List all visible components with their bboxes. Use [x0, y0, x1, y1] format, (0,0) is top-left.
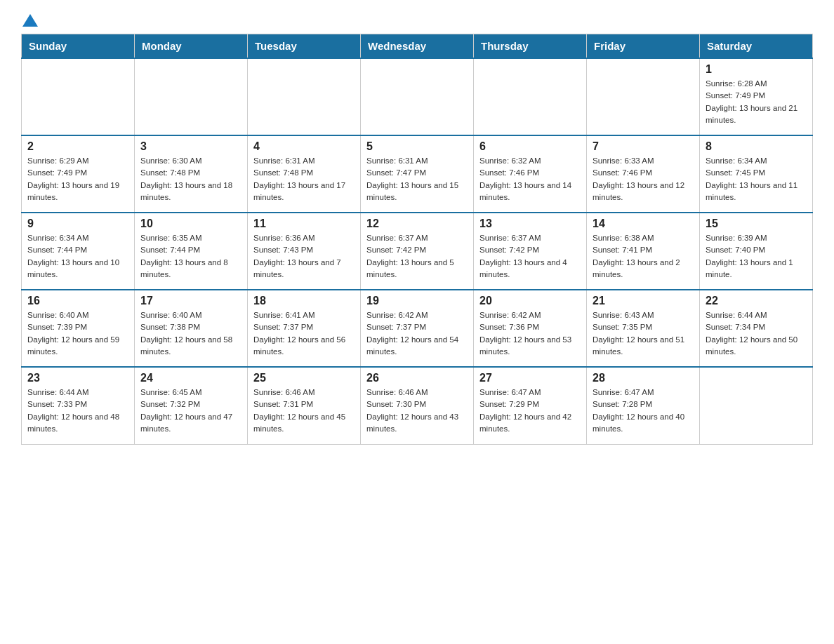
day-number: 8 [706, 140, 807, 153]
day-number: 12 [366, 217, 468, 230]
calendar-cell: 17Sunrise: 6:40 AMSunset: 7:38 PMDayligh… [135, 290, 248, 367]
day-number: 10 [140, 217, 241, 230]
day-info: Sunrise: 6:44 AMSunset: 7:33 PMDaylight:… [27, 387, 128, 435]
weekday-header-sunday: Sunday [22, 34, 135, 59]
day-number: 17 [140, 295, 241, 307]
day-number: 27 [479, 372, 581, 384]
calendar-cell [248, 58, 361, 135]
day-number: 28 [593, 372, 694, 384]
day-info: Sunrise: 6:37 AMSunset: 7:42 PMDaylight:… [366, 232, 468, 281]
logo [21, 14, 38, 27]
day-number: 18 [253, 295, 355, 307]
calendar-cell: 18Sunrise: 6:41 AMSunset: 7:37 PMDayligh… [248, 290, 361, 367]
calendar-cell: 24Sunrise: 6:45 AMSunset: 7:32 PMDayligh… [135, 367, 248, 444]
week-row-2: 2Sunrise: 6:29 AMSunset: 7:49 PMDaylight… [22, 135, 813, 213]
day-info: Sunrise: 6:42 AMSunset: 7:37 PMDaylight:… [366, 309, 468, 358]
calendar-cell [135, 58, 248, 135]
calendar-cell: 10Sunrise: 6:35 AMSunset: 7:44 PMDayligh… [135, 213, 248, 290]
calendar-cell: 13Sunrise: 6:37 AMSunset: 7:42 PMDayligh… [474, 213, 587, 290]
day-number: 11 [253, 217, 355, 230]
day-number: 26 [366, 372, 468, 384]
day-info: Sunrise: 6:38 AMSunset: 7:41 PMDaylight:… [593, 232, 694, 281]
weekday-header-thursday: Thursday [474, 34, 587, 59]
day-number: 16 [27, 295, 128, 307]
calendar-cell: 1Sunrise: 6:28 AMSunset: 7:49 PMDaylight… [700, 58, 813, 135]
calendar-cell: 2Sunrise: 6:29 AMSunset: 7:49 PMDaylight… [22, 135, 135, 213]
day-number: 22 [706, 295, 807, 307]
calendar-cell: 4Sunrise: 6:31 AMSunset: 7:48 PMDaylight… [248, 135, 361, 213]
calendar-cell: 3Sunrise: 6:30 AMSunset: 7:48 PMDaylight… [135, 135, 248, 213]
week-row-5: 23Sunrise: 6:44 AMSunset: 7:33 PMDayligh… [22, 367, 813, 444]
day-info: Sunrise: 6:30 AMSunset: 7:48 PMDaylight:… [140, 155, 241, 203]
day-info: Sunrise: 6:34 AMSunset: 7:45 PMDaylight:… [706, 155, 807, 203]
calendar-cell: 25Sunrise: 6:46 AMSunset: 7:31 PMDayligh… [248, 367, 361, 444]
day-number: 1 [706, 63, 807, 76]
day-number: 20 [479, 295, 581, 307]
week-row-4: 16Sunrise: 6:40 AMSunset: 7:39 PMDayligh… [22, 290, 813, 367]
day-number: 21 [593, 295, 694, 307]
day-info: Sunrise: 6:31 AMSunset: 7:48 PMDaylight:… [253, 155, 355, 203]
day-info: Sunrise: 6:33 AMSunset: 7:46 PMDaylight:… [593, 155, 694, 203]
calendar-cell: 26Sunrise: 6:46 AMSunset: 7:30 PMDayligh… [361, 367, 474, 444]
calendar-cell: 5Sunrise: 6:31 AMSunset: 7:47 PMDaylight… [361, 135, 474, 213]
day-info: Sunrise: 6:42 AMSunset: 7:36 PMDaylight:… [479, 309, 581, 358]
calendar-cell: 22Sunrise: 6:44 AMSunset: 7:34 PMDayligh… [700, 290, 813, 367]
day-info: Sunrise: 6:37 AMSunset: 7:42 PMDaylight:… [479, 232, 581, 281]
calendar-cell: 23Sunrise: 6:44 AMSunset: 7:33 PMDayligh… [22, 367, 135, 444]
day-number: 25 [253, 372, 355, 384]
calendar-cell: 6Sunrise: 6:32 AMSunset: 7:46 PMDaylight… [474, 135, 587, 213]
day-info: Sunrise: 6:40 AMSunset: 7:38 PMDaylight:… [140, 309, 241, 358]
day-number: 5 [366, 140, 468, 153]
day-info: Sunrise: 6:32 AMSunset: 7:46 PMDaylight:… [479, 155, 581, 203]
day-number: 15 [706, 217, 807, 230]
day-info: Sunrise: 6:43 AMSunset: 7:35 PMDaylight:… [593, 309, 694, 358]
day-info: Sunrise: 6:36 AMSunset: 7:43 PMDaylight:… [253, 232, 355, 281]
day-info: Sunrise: 6:28 AMSunset: 7:49 PMDaylight:… [706, 78, 807, 126]
calendar-cell: 9Sunrise: 6:34 AMSunset: 7:44 PMDaylight… [22, 213, 135, 290]
calendar-cell: 11Sunrise: 6:36 AMSunset: 7:43 PMDayligh… [248, 213, 361, 290]
calendar-cell: 12Sunrise: 6:37 AMSunset: 7:42 PMDayligh… [361, 213, 474, 290]
day-number: 4 [253, 140, 355, 153]
day-number: 19 [366, 295, 468, 307]
week-row-1: 1Sunrise: 6:28 AMSunset: 7:49 PMDaylight… [22, 58, 813, 135]
calendar-cell: 20Sunrise: 6:42 AMSunset: 7:36 PMDayligh… [474, 290, 587, 367]
day-info: Sunrise: 6:35 AMSunset: 7:44 PMDaylight:… [140, 232, 241, 281]
calendar-cell: 28Sunrise: 6:47 AMSunset: 7:28 PMDayligh… [587, 367, 700, 444]
calendar-cell: 8Sunrise: 6:34 AMSunset: 7:45 PMDaylight… [700, 135, 813, 213]
week-row-3: 9Sunrise: 6:34 AMSunset: 7:44 PMDaylight… [22, 213, 813, 290]
calendar-cell: 14Sunrise: 6:38 AMSunset: 7:41 PMDayligh… [587, 213, 700, 290]
calendar-cell [587, 58, 700, 135]
day-info: Sunrise: 6:45 AMSunset: 7:32 PMDaylight:… [140, 387, 241, 435]
calendar-cell: 16Sunrise: 6:40 AMSunset: 7:39 PMDayligh… [22, 290, 135, 367]
day-info: Sunrise: 6:39 AMSunset: 7:40 PMDaylight:… [706, 232, 807, 281]
calendar-cell: 21Sunrise: 6:43 AMSunset: 7:35 PMDayligh… [587, 290, 700, 367]
svg-marker-0 [22, 14, 38, 27]
page-header [21, 14, 813, 27]
weekday-header-monday: Monday [135, 34, 248, 59]
day-info: Sunrise: 6:46 AMSunset: 7:31 PMDaylight:… [253, 387, 355, 435]
day-number: 7 [593, 140, 694, 153]
day-number: 9 [27, 217, 128, 230]
day-number: 6 [479, 140, 581, 153]
weekday-header-friday: Friday [587, 34, 700, 59]
day-number: 24 [140, 372, 241, 384]
day-info: Sunrise: 6:41 AMSunset: 7:37 PMDaylight:… [253, 309, 355, 358]
calendar-table: SundayMondayTuesdayWednesdayThursdayFrid… [21, 34, 813, 445]
day-info: Sunrise: 6:47 AMSunset: 7:28 PMDaylight:… [593, 387, 694, 435]
day-info: Sunrise: 6:46 AMSunset: 7:30 PMDaylight:… [366, 387, 468, 435]
calendar-cell: 19Sunrise: 6:42 AMSunset: 7:37 PMDayligh… [361, 290, 474, 367]
day-number: 13 [479, 217, 581, 230]
day-info: Sunrise: 6:31 AMSunset: 7:47 PMDaylight:… [366, 155, 468, 203]
day-number: 2 [27, 140, 128, 153]
day-info: Sunrise: 6:47 AMSunset: 7:29 PMDaylight:… [479, 387, 581, 435]
logo-triangle-icon [22, 14, 38, 27]
calendar-cell [700, 367, 813, 444]
day-info: Sunrise: 6:29 AMSunset: 7:49 PMDaylight:… [27, 155, 128, 203]
calendar-cell: 15Sunrise: 6:39 AMSunset: 7:40 PMDayligh… [700, 213, 813, 290]
calendar-cell [22, 58, 135, 135]
calendar-cell [361, 58, 474, 135]
calendar-cell: 7Sunrise: 6:33 AMSunset: 7:46 PMDaylight… [587, 135, 700, 213]
day-number: 3 [140, 140, 241, 153]
calendar-cell: 27Sunrise: 6:47 AMSunset: 7:29 PMDayligh… [474, 367, 587, 444]
day-number: 23 [27, 372, 128, 384]
